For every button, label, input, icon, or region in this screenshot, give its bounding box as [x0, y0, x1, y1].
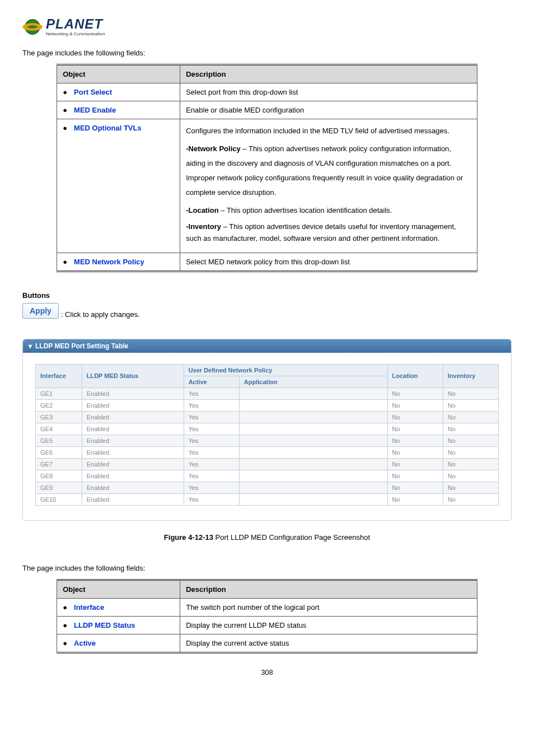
cell-location: No	[387, 458, 443, 470]
figure-label: Figure 4-12-13	[164, 533, 213, 542]
cell-interface: GE5	[36, 435, 82, 446]
obj-med-enable: MED Enable	[74, 106, 116, 114]
desc-active: Display the current active status	[180, 634, 477, 652]
cell-location: No	[387, 423, 443, 435]
cell-inventory: No	[443, 470, 498, 482]
cell-inventory: No	[443, 423, 498, 435]
desc-interface: The switch port number of the logical po…	[180, 598, 477, 616]
th-interface: Interface	[36, 364, 82, 388]
cell-interface: GE1	[36, 388, 82, 399]
th-application: Application	[239, 376, 387, 388]
cell-inventory: No	[443, 446, 498, 458]
table-row: GE5EnabledYesNoNo	[36, 435, 499, 446]
obj-med-optional-tvls: MED Optional TVLs	[74, 124, 142, 132]
cell-location: No	[387, 435, 443, 446]
cell-application	[239, 411, 387, 423]
cell-interface: GE3	[36, 411, 82, 423]
cell-status: Enabled	[82, 482, 184, 493]
brand-tagline: Networking & Communication	[46, 32, 105, 36]
th-description-2: Description	[180, 580, 477, 598]
logo-block: PLANET Networking & Communication	[22, 17, 512, 39]
tvls-intro: Configures the information included in t…	[186, 124, 471, 138]
logo: PLANET Networking & Communication	[22, 17, 105, 37]
bullet-icon: ●	[63, 124, 67, 132]
cell-interface: GE4	[36, 423, 82, 435]
cell-status: Enabled	[82, 458, 184, 470]
obj-interface: Interface	[74, 603, 104, 612]
cell-application	[239, 482, 387, 493]
desc-med-network-policy: Select MED network policy from this drop…	[180, 253, 477, 271]
cell-active: Yes	[184, 388, 239, 399]
cell-application	[239, 399, 387, 411]
cell-interface: GE7	[36, 458, 82, 470]
cell-active: Yes	[184, 458, 239, 470]
th-user-defined-network-policy: User Defined Network Policy	[184, 364, 387, 376]
obj-med-network-policy: MED Network Policy	[74, 258, 144, 266]
cell-active: Yes	[184, 399, 239, 411]
th-lldp-med-status: LLDP MED Status	[82, 364, 184, 388]
cell-application	[239, 423, 387, 435]
figure-text: Port LLDP MED Configuration Page Screens…	[213, 533, 370, 542]
cell-active: Yes	[184, 470, 239, 482]
cell-application	[239, 388, 387, 399]
cell-active: Yes	[184, 411, 239, 423]
cell-active: Yes	[184, 423, 239, 435]
table-row: GE1EnabledYesNoNo	[36, 388, 499, 399]
buttons-heading: Buttons	[22, 291, 512, 300]
cell-status: Enabled	[82, 388, 184, 399]
loc-text: – This option advertises location identi…	[219, 206, 392, 214]
desc-table-2: Object Description ●Interface The switch…	[57, 579, 477, 654]
desc-med-optional-tvls: Configures the information included in t…	[180, 119, 477, 253]
bullet-icon: ●	[63, 88, 67, 96]
obj-active: Active	[74, 639, 96, 647]
table-row: GE4EnabledYesNoNo	[36, 423, 499, 435]
planet-globe-icon	[22, 17, 43, 37]
cell-application	[239, 458, 387, 470]
cell-inventory: No	[443, 388, 498, 399]
intro-text-2: The page includes the following fields:	[22, 564, 512, 572]
inv-label: -Inventory	[186, 222, 221, 231]
cell-active: Yes	[184, 493, 239, 505]
cell-application	[239, 493, 387, 505]
bullet-icon: ●	[63, 639, 67, 647]
table-row: GE2EnabledYesNoNo	[36, 399, 499, 411]
cell-status: Enabled	[82, 399, 184, 411]
bullet-icon: ●	[63, 621, 67, 629]
cell-inventory: No	[443, 458, 498, 470]
cell-inventory: No	[443, 435, 498, 446]
cell-location: No	[387, 493, 443, 505]
apply-description: : Click to apply changes.	[61, 310, 140, 319]
intro-text-1: The page includes the following fields:	[22, 49, 512, 57]
table-row: GE6EnabledYesNoNo	[36, 446, 499, 458]
table-row: GE8EnabledYesNoNo	[36, 470, 499, 482]
cell-status: Enabled	[82, 435, 184, 446]
cell-active: Yes	[184, 482, 239, 493]
svg-point-0	[25, 20, 40, 35]
desc-lldp-med-status: Display the current LLDP MED status	[180, 616, 477, 634]
cell-active: Yes	[184, 446, 239, 458]
cell-location: No	[387, 470, 443, 482]
cell-application	[239, 470, 387, 482]
th-object-2: Object	[57, 580, 180, 598]
brand-name: PLANET	[46, 17, 105, 31]
cell-status: Enabled	[82, 423, 184, 435]
bullet-icon: ●	[63, 258, 67, 266]
cell-inventory: No	[443, 482, 498, 493]
panel-title: LLDP MED Port Setting Table	[35, 342, 128, 350]
loc-label: -Location	[186, 206, 219, 214]
cell-status: Enabled	[82, 470, 184, 482]
th-location: Location	[387, 364, 443, 388]
th-inventory: Inventory	[443, 364, 498, 388]
desc-port-select: Select port from this drop-down list	[180, 83, 477, 101]
lldp-med-port-setting-panel: ▾ LLDP MED Port Setting Table Interface …	[22, 339, 512, 521]
th-description: Description	[180, 65, 477, 83]
cell-inventory: No	[443, 411, 498, 423]
panel-header[interactable]: ▾ LLDP MED Port Setting Table	[23, 339, 511, 353]
apply-button[interactable]: Apply	[22, 303, 59, 319]
cell-status: Enabled	[82, 493, 184, 505]
table-row: GE7EnabledYesNoNo	[36, 458, 499, 470]
table-row: GE9EnabledYesNoNo	[36, 482, 499, 493]
cell-interface: GE8	[36, 470, 82, 482]
cell-application	[239, 446, 387, 458]
figure-caption: Figure 4-12-13 Port LLDP MED Configurati…	[22, 533, 512, 542]
